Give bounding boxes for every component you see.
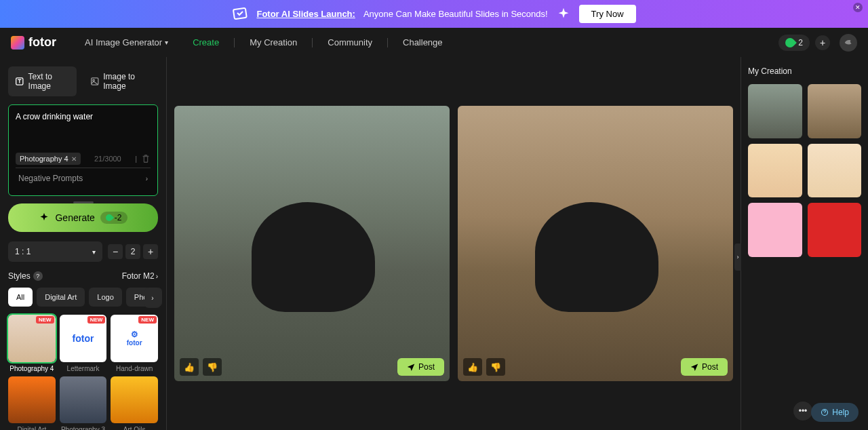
leaf-icon [104,213,114,222]
nav-create[interactable]: Create [183,37,229,47]
filter-digital-art[interactable]: Digital Art [37,288,85,307]
more-menu-button[interactable]: ••• [793,402,812,421]
quantity-control: − 2 + [108,241,158,262]
user-avatar[interactable] [840,34,857,52]
canvas: 👍 👎 Post 👍 👎 Post › [167,57,741,430]
logo-icon [11,36,24,50]
filter-all[interactable]: All [8,288,33,307]
chevron-down-icon: ▾ [92,248,96,256]
aspect-ratio-select[interactable]: 1 : 1 ▾ [8,241,102,262]
bird-icon [844,38,853,47]
tab-image-to-image[interactable]: Image to Image [83,66,158,96]
logo[interactable]: fotor [11,35,56,50]
thumbs-down-button[interactable]: 👎 [486,358,505,376]
creation-thumb-5[interactable] [748,203,802,257]
qty-increase-button[interactable]: + [143,244,158,259]
creation-thumb-1[interactable] [748,84,802,138]
credits-pill[interactable]: 2 [778,35,810,51]
style-item-1[interactable]: fotorNEWLettermark [60,315,107,372]
logo-text: fotor [28,35,56,50]
banner-subtitle: Anyone Can Make Beautiful Slides in Seco… [363,9,548,19]
generate-cost: -2 [100,212,127,224]
model-selector[interactable]: Fotor M2 › [122,271,158,281]
chip-remove-button[interactable]: ✕ [71,155,77,163]
svg-point-3 [92,79,94,81]
creation-thumb-4[interactable] [808,144,862,198]
leaf-icon [783,36,797,50]
post-button[interactable]: Post [681,358,728,376]
info-icon[interactable]: ? [33,271,43,281]
style-item-5[interactable]: Art Oils [111,376,158,430]
qty-value: 2 [125,244,140,259]
right-panel-title: My Creation [748,66,861,76]
creation-thumb-3[interactable] [748,144,802,198]
clear-prompt-button[interactable] [141,154,151,163]
char-counter: 21/3000 [94,155,121,163]
generated-image-2[interactable]: 👍 👎 Post [458,106,733,381]
negative-prompts-toggle[interactable]: Negative Prompts › [16,168,151,189]
filters-scroll-right[interactable]: › [144,288,161,308]
sidebar: Text to Image Image to Image Photography… [0,57,167,430]
top-nav: fotor AI Image Generator▾ Create My Crea… [0,28,868,57]
nav-community[interactable]: Community [318,37,382,47]
prompt-input[interactable] [16,112,151,146]
magic-icon [39,212,50,223]
generate-button[interactable]: Generate -2 [8,203,158,232]
nav-challenge[interactable]: Challenge [393,37,452,47]
style-chip: Photography 4 ✕ [16,153,81,165]
image-icon [90,76,100,87]
help-button[interactable]: Help [811,403,859,422]
panel-collapse-button[interactable]: › [734,243,741,271]
creation-thumb-2[interactable] [808,84,862,138]
thumbs-up-button[interactable]: 👍 [180,358,199,376]
style-item-2[interactable]: ⚙fotorNEWHand-drawn [111,315,158,372]
style-grid: NEWPhotography 4fotorNEWLettermark⚙fotor… [8,315,158,430]
styles-label: Styles ? [8,271,43,281]
prompt-container: Photography 4 ✕ 21/3000 | Negative Promp… [8,104,158,196]
thumbs-down-button[interactable]: 👎 [203,358,222,376]
style-item-4[interactable]: Photography 3 [60,376,107,430]
credits-count: 2 [798,38,803,47]
style-item-3[interactable]: Digital Art [8,376,56,430]
post-button[interactable]: Post [397,358,444,376]
promo-banner: Fotor AI Slides Launch: Anyone Can Make … [0,0,868,28]
chevron-right-icon: › [156,273,158,280]
sparkle-icon [556,7,571,22]
nav-mycreation[interactable]: My Creation [240,37,307,47]
generated-image-1[interactable]: 👍 👎 Post [174,106,450,381]
filter-logo[interactable]: Logo [89,288,121,307]
send-icon [690,363,698,371]
slides-icon [232,6,248,22]
add-credits-button[interactable]: + [815,35,830,50]
style-item-0[interactable]: NEWPhotography 4 [8,315,56,372]
send-icon [407,363,415,371]
tab-text-to-image[interactable]: Text to Image [8,66,77,96]
chevron-right-icon: › [146,175,148,182]
try-now-button[interactable]: Try Now [579,5,636,23]
thumbs-up-button[interactable]: 👍 [463,358,482,376]
help-icon [821,408,829,416]
right-panel: My Creation [741,57,868,430]
text-icon [15,76,24,87]
creation-thumb-6[interactable] [808,203,862,257]
nav-ai-generator[interactable]: AI Image Generator▾ [75,37,178,47]
banner-close-button[interactable]: ✕ [853,3,863,12]
banner-title[interactable]: Fotor AI Slides Launch: [256,9,355,19]
style-filters: All Digital Art Logo Photo › [8,288,158,307]
qty-decrease-button[interactable]: − [108,244,123,259]
